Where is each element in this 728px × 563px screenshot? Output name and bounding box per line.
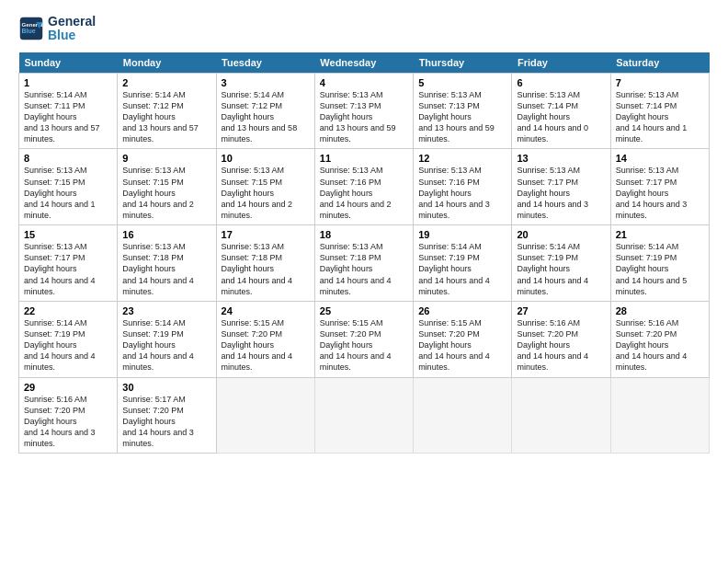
cell-info: Sunrise: 5:14 AMSunset: 7:19 PMDaylight … — [24, 318, 96, 373]
date-number: 25 — [320, 305, 408, 316]
date-number: 9 — [122, 153, 210, 164]
calendar-page: General Blue GeneralBlue SundayMondayTue… — [0, 0, 728, 563]
week-row-3: 15 Sunrise: 5:13 AMSunset: 7:17 PMDaylig… — [19, 225, 710, 302]
calendar-cell-4: 4 Sunrise: 5:13 AMSunset: 7:13 PMDayligh… — [314, 73, 413, 149]
week-row-2: 8 Sunrise: 5:13 AMSunset: 7:15 PMDayligh… — [19, 149, 710, 225]
cell-info: Sunrise: 5:13 AMSunset: 7:13 PMDaylight … — [320, 90, 396, 144]
calendar-cell-18: 18 Sunrise: 5:13 AMSunset: 7:18 PMDaylig… — [314, 225, 413, 302]
calendar-cell-5: 5 Sunrise: 5:13 AMSunset: 7:13 PMDayligh… — [414, 73, 512, 149]
cell-info: Sunrise: 5:14 AMSunset: 7:19 PMDaylight … — [122, 318, 194, 373]
calendar-cell-9: 9 Sunrise: 5:13 AMSunset: 7:15 PMDayligh… — [118, 149, 216, 225]
cell-info: Sunrise: 5:13 AMSunset: 7:14 PMDaylight … — [517, 90, 588, 144]
calendar-cell-20: 20 Sunrise: 5:14 AMSunset: 7:19 PMDaylig… — [512, 225, 610, 302]
date-number: 30 — [122, 382, 210, 393]
page-header: General Blue GeneralBlue — [18, 15, 710, 43]
cell-info: Sunrise: 5:13 AMSunset: 7:17 PMDaylight … — [24, 242, 96, 296]
cell-info: Sunrise: 5:16 AMSunset: 7:20 PMDaylight … — [517, 318, 588, 373]
cell-info: Sunrise: 5:14 AMSunset: 7:11 PMDaylight … — [24, 90, 100, 144]
date-number: 24 — [222, 305, 310, 316]
calendar-cell-8: 8 Sunrise: 5:13 AMSunset: 7:15 PMDayligh… — [19, 149, 118, 225]
calendar-cell-17: 17 Sunrise: 5:13 AMSunset: 7:18 PMDaylig… — [216, 225, 314, 302]
day-header-thursday: Thursday — [414, 52, 512, 74]
date-number: 17 — [222, 229, 310, 240]
calendar-cell-29: 29 Sunrise: 5:16 AMSunset: 7:20 PMDaylig… — [19, 377, 118, 454]
date-number: 18 — [320, 229, 408, 240]
calendar-cell-23: 23 Sunrise: 5:14 AMSunset: 7:19 PMDaylig… — [118, 301, 216, 377]
day-header-monday: Monday — [118, 52, 216, 74]
cell-info: Sunrise: 5:15 AMSunset: 7:20 PMDaylight … — [418, 318, 490, 373]
date-number: 10 — [222, 153, 310, 164]
calendar-cell-11: 11 Sunrise: 5:13 AMSunset: 7:16 PMDaylig… — [314, 149, 413, 225]
week-row-1: 1 Sunrise: 5:14 AMSunset: 7:11 PMDayligh… — [19, 73, 710, 149]
date-number: 3 — [222, 77, 310, 88]
logo: General Blue GeneralBlue — [18, 15, 96, 43]
cell-info: Sunrise: 5:15 AMSunset: 7:20 PMDaylight … — [222, 318, 293, 373]
calendar-cell-21: 21 Sunrise: 5:14 AMSunset: 7:19 PMDaylig… — [610, 225, 709, 302]
calendar-cell-19: 19 Sunrise: 5:14 AMSunset: 7:19 PMDaylig… — [414, 225, 512, 302]
cell-info: Sunrise: 5:15 AMSunset: 7:20 PMDaylight … — [320, 318, 392, 373]
empty-cell — [216, 377, 314, 454]
calendar-cell-16: 16 Sunrise: 5:13 AMSunset: 7:18 PMDaylig… — [118, 225, 216, 302]
cell-info: Sunrise: 5:13 AMSunset: 7:17 PMDaylight … — [517, 166, 588, 220]
day-header-friday: Friday — [512, 52, 610, 74]
empty-cell — [512, 377, 610, 454]
day-header-sunday: Sunday — [19, 52, 118, 74]
date-number: 26 — [418, 305, 506, 316]
calendar-cell-2: 2 Sunrise: 5:14 AMSunset: 7:12 PMDayligh… — [118, 73, 216, 149]
date-number: 16 — [122, 229, 210, 240]
cell-info: Sunrise: 5:16 AMSunset: 7:20 PMDaylight … — [24, 395, 96, 449]
day-header-tuesday: Tuesday — [216, 52, 314, 74]
cell-info: Sunrise: 5:13 AMSunset: 7:14 PMDaylight … — [616, 90, 688, 144]
date-number: 11 — [320, 153, 408, 164]
calendar-cell-10: 10 Sunrise: 5:13 AMSunset: 7:15 PMDaylig… — [216, 149, 314, 225]
date-number: 19 — [418, 229, 506, 240]
date-number: 27 — [517, 305, 605, 316]
date-number: 2 — [122, 77, 210, 88]
calendar-cell-27: 27 Sunrise: 5:16 AMSunset: 7:20 PMDaylig… — [512, 301, 610, 377]
calendar-cell-15: 15 Sunrise: 5:13 AMSunset: 7:17 PMDaylig… — [19, 225, 118, 302]
cell-info: Sunrise: 5:13 AMSunset: 7:18 PMDaylight … — [222, 242, 293, 296]
logo-icon: General Blue — [18, 16, 44, 41]
calendar-cell-1: 1 Sunrise: 5:14 AMSunset: 7:11 PMDayligh… — [19, 73, 118, 149]
calendar-cell-3: 3 Sunrise: 5:14 AMSunset: 7:12 PMDayligh… — [216, 73, 314, 149]
date-number: 20 — [517, 229, 605, 240]
cell-info: Sunrise: 5:14 AMSunset: 7:12 PMDaylight … — [222, 90, 298, 144]
cell-info: Sunrise: 5:13 AMSunset: 7:18 PMDaylight … — [122, 242, 194, 296]
svg-text:Blue: Blue — [22, 29, 36, 35]
date-number: 22 — [24, 305, 112, 316]
date-number: 5 — [418, 77, 506, 88]
cell-info: Sunrise: 5:13 AMSunset: 7:15 PMDaylight … — [122, 166, 194, 220]
cell-info: Sunrise: 5:13 AMSunset: 7:16 PMDaylight … — [418, 166, 490, 220]
logo-text: GeneralBlue — [48, 15, 96, 43]
calendar-cell-7: 7 Sunrise: 5:13 AMSunset: 7:14 PMDayligh… — [610, 73, 709, 149]
calendar-cell-26: 26 Sunrise: 5:15 AMSunset: 7:20 PMDaylig… — [414, 301, 512, 377]
date-number: 21 — [616, 229, 704, 240]
calendar-cell-30: 30 Sunrise: 5:17 AMSunset: 7:20 PMDaylig… — [118, 377, 216, 454]
date-number: 13 — [517, 153, 605, 164]
calendar-cell-6: 6 Sunrise: 5:13 AMSunset: 7:14 PMDayligh… — [512, 73, 610, 149]
date-number: 7 — [616, 77, 704, 88]
date-number: 12 — [418, 153, 506, 164]
empty-cell — [610, 377, 709, 454]
cell-info: Sunrise: 5:14 AMSunset: 7:12 PMDaylight … — [122, 90, 199, 144]
calendar-cell-13: 13 Sunrise: 5:13 AMSunset: 7:17 PMDaylig… — [512, 149, 610, 225]
date-number: 14 — [616, 153, 704, 164]
cell-info: Sunrise: 5:13 AMSunset: 7:13 PMDaylight … — [418, 90, 495, 144]
date-number: 28 — [616, 305, 704, 316]
day-header-row: SundayMondayTuesdayWednesdayThursdayFrid… — [19, 52, 710, 74]
calendar-cell-22: 22 Sunrise: 5:14 AMSunset: 7:19 PMDaylig… — [19, 301, 118, 377]
calendar-cell-28: 28 Sunrise: 5:16 AMSunset: 7:20 PMDaylig… — [610, 301, 709, 377]
cell-info: Sunrise: 5:13 AMSunset: 7:15 PMDaylight … — [24, 166, 96, 220]
calendar-cell-14: 14 Sunrise: 5:13 AMSunset: 7:17 PMDaylig… — [610, 149, 709, 225]
date-number: 23 — [122, 305, 210, 316]
calendar-cell-12: 12 Sunrise: 5:13 AMSunset: 7:16 PMDaylig… — [414, 149, 512, 225]
date-number: 15 — [24, 229, 112, 240]
calendar-table: SundayMondayTuesdayWednesdayThursdayFrid… — [18, 52, 710, 454]
calendar-cell-25: 25 Sunrise: 5:15 AMSunset: 7:20 PMDaylig… — [314, 301, 413, 377]
cell-info: Sunrise: 5:13 AMSunset: 7:18 PMDaylight … — [320, 242, 392, 296]
week-row-4: 22 Sunrise: 5:14 AMSunset: 7:19 PMDaylig… — [19, 301, 710, 377]
calendar-cell-24: 24 Sunrise: 5:15 AMSunset: 7:20 PMDaylig… — [216, 301, 314, 377]
date-number: 8 — [24, 153, 112, 164]
date-number: 4 — [320, 77, 408, 88]
cell-info: Sunrise: 5:16 AMSunset: 7:20 PMDaylight … — [616, 318, 688, 373]
